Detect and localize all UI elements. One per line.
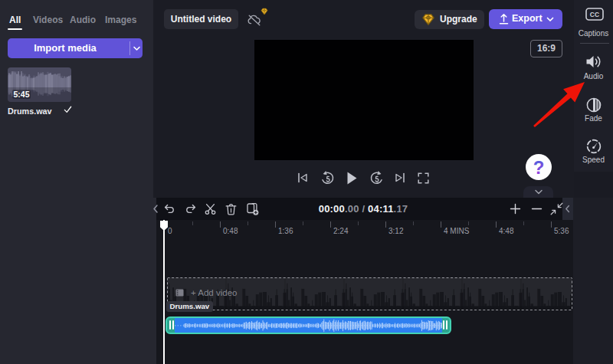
svg-text:CC: CC	[589, 11, 598, 18]
svg-text:?: ?	[533, 157, 545, 178]
